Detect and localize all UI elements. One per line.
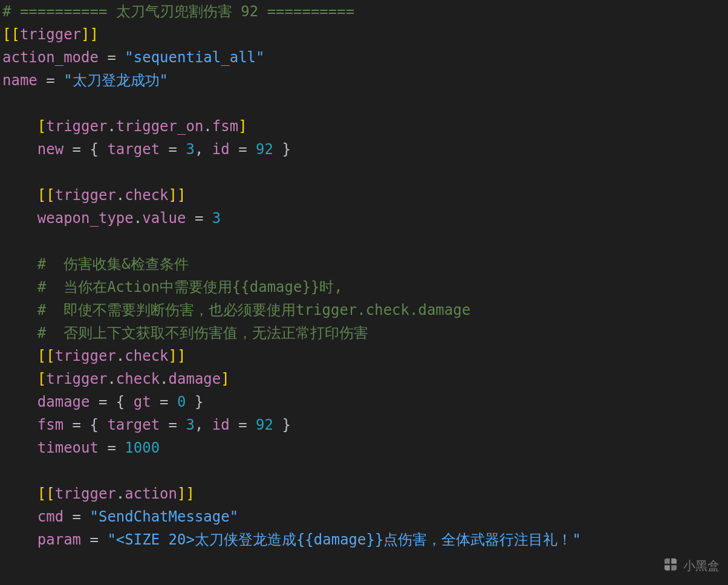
code-token	[2, 416, 37, 433]
code-token	[2, 302, 37, 318]
code-token: param	[37, 531, 81, 548]
code-token: .	[134, 210, 142, 227]
code-token	[2, 210, 37, 227]
code-token	[2, 531, 37, 548]
code-token: weapon_type	[37, 210, 134, 227]
code-token: target	[107, 141, 160, 158]
code-token: .	[116, 485, 125, 502]
code-token: =	[151, 393, 177, 410]
code-token: trigger	[20, 26, 81, 43]
code-token: target	[107, 416, 160, 433]
code-token: }	[186, 393, 203, 410]
code-token	[2, 118, 37, 135]
code-token: check	[125, 347, 168, 364]
code-token: [[	[37, 485, 55, 502]
watermark: 小黑盒	[661, 555, 720, 577]
code-token: trigger	[46, 118, 107, 135]
code-token: =	[186, 210, 212, 227]
code-token: damage	[169, 370, 221, 387]
code-token: .	[107, 370, 115, 387]
code-token: "太刀登龙成功"	[63, 72, 168, 89]
code-token: 0	[177, 393, 186, 410]
code-token: [[	[37, 347, 55, 364]
code-token: .	[203, 118, 212, 135]
code-token: timeout	[37, 439, 99, 456]
code-token: check	[116, 370, 160, 387]
code-token: trigger	[55, 485, 116, 502]
code-token	[2, 325, 37, 341]
code-token: damage	[37, 393, 90, 410]
code-token: 3	[186, 416, 194, 433]
code-token: 92	[256, 416, 273, 433]
code-token: =	[230, 141, 256, 158]
code-token: }	[273, 141, 291, 158]
code-token: ]]	[169, 347, 186, 364]
code-token: # 伤害收集&检查条件	[37, 256, 189, 273]
code-token: ,	[195, 416, 212, 433]
code-token: =	[63, 508, 89, 525]
code-token: fsm	[37, 416, 63, 433]
code-token: =	[90, 393, 116, 410]
code-token: =	[63, 141, 89, 158]
code-token	[2, 187, 37, 204]
code-token: trigger	[55, 347, 116, 364]
code-token: action	[125, 485, 177, 502]
code-token: }	[273, 416, 291, 433]
code-token: =	[160, 416, 186, 433]
code-token: {	[116, 393, 134, 410]
code-token: id	[212, 141, 230, 158]
code-token: cmd	[37, 508, 63, 525]
code-token: .	[116, 347, 125, 364]
code-token: .	[107, 118, 115, 135]
code-token	[2, 141, 37, 158]
code-token: =	[99, 49, 125, 66]
code-token: value	[142, 210, 186, 227]
code-token: =	[81, 531, 107, 548]
code-token: "<SIZE 20>太刀侠登龙造成{{damage}}点伤害，全体武器行注目礼！…	[107, 531, 580, 548]
watermark-text: 小黑盒	[683, 558, 720, 574]
code-token: ]	[238, 118, 247, 135]
code-token: trigger_on	[116, 118, 204, 135]
code-token	[2, 508, 37, 525]
code-token: check	[125, 187, 168, 204]
watermark-logo-icon	[661, 555, 680, 577]
code-token: [	[37, 370, 46, 387]
code-token: [	[37, 118, 46, 135]
code-token: 92	[256, 141, 273, 158]
code-token: trigger	[55, 187, 116, 204]
code-token: trigger	[46, 370, 107, 387]
code-token: # 当你在Action中需要使用{{damage}}时,	[37, 279, 343, 296]
code-token: ,	[195, 141, 212, 158]
code-token: # ========== 太刀气刃兜割伤害 92 ==========	[2, 3, 354, 20]
code-token	[2, 279, 37, 296]
code-token: ]	[221, 370, 229, 387]
code-token: ]]	[169, 187, 186, 204]
code-token: gt	[134, 393, 151, 410]
code-token: fsm	[212, 118, 238, 135]
code-token	[2, 347, 37, 364]
code-token: {	[90, 141, 108, 158]
code-token: name	[2, 72, 37, 89]
code-token: ]]	[177, 485, 195, 502]
code-token: 3	[212, 210, 221, 227]
code-token: new	[37, 141, 63, 158]
code-token: [[	[37, 187, 55, 204]
code-token: "sequential_all"	[125, 49, 264, 66]
code-token: =	[99, 439, 125, 456]
code-token: id	[212, 416, 230, 433]
code-token: =	[37, 72, 63, 89]
code-token: .	[116, 187, 125, 204]
code-token	[2, 485, 37, 502]
code-token: =	[63, 416, 89, 433]
code-token: =	[230, 416, 256, 433]
code-token: {	[90, 416, 108, 433]
code-token: action_mode	[2, 49, 99, 66]
code-token: # 即使不需要判断伤害，也必须要使用trigger.check.damage	[37, 302, 470, 318]
code-token	[2, 256, 37, 273]
code-token: "SendChatMessage"	[90, 508, 239, 525]
code-token: 1000	[125, 439, 160, 456]
code-token: ]]	[81, 26, 99, 43]
code-token	[2, 370, 37, 387]
code-token	[2, 393, 37, 410]
code-token: =	[160, 141, 186, 158]
